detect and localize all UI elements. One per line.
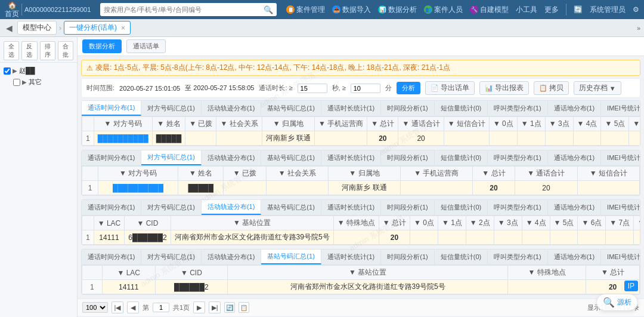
menu-more[interactable]: 更多 — [544, 5, 559, 15]
s1-col-p3[interactable]: ▼ 3点 — [545, 117, 573, 131]
analyze-button[interactable]: 分析 — [397, 82, 420, 94]
s3-col-p1[interactable]: ▼ 1点 — [438, 216, 466, 230]
s2-col-phone[interactable]: ▼ 对方号码 — [98, 167, 178, 181]
s2-tab-activity[interactable]: 活动轨迹分布(1) — [202, 151, 261, 165]
s2-col-sms-total[interactable]: ▼ 短信合计 — [577, 167, 639, 181]
s2-col-name[interactable]: ▼ 姓名 — [178, 167, 224, 181]
sec-input[interactable] — [351, 84, 380, 93]
s4-col-total[interactable]: ▼ 总计 — [586, 266, 640, 280]
menu-case-persons[interactable]: 👥 案件人员 — [424, 5, 463, 15]
s1-tab-call-time[interactable]: 通话时间分布(1) — [82, 101, 141, 116]
duration-input[interactable] — [298, 84, 327, 93]
s2-col-call-total[interactable]: ▼ 通话合计 — [515, 167, 577, 181]
s1-col-p0[interactable]: ▼ 0点 — [489, 117, 517, 131]
first-page-button[interactable]: |◀ — [112, 301, 123, 313]
s1-col-operator[interactable]: ▼ 手机运营商 — [315, 117, 367, 131]
breadcrumb-analysis-tab[interactable]: 一键分析(话单) × — [64, 21, 131, 35]
refresh-button[interactable]: 🔄 — [574, 5, 583, 14]
zhao-checkbox[interactable] — [4, 67, 11, 75]
page-input[interactable] — [153, 303, 169, 312]
sort-button[interactable]: 排序 — [40, 41, 55, 60]
s2-tab-sms[interactable]: 短信量统计(0) — [435, 151, 488, 165]
s1-col-total[interactable]: ▼ 总计 — [367, 117, 398, 131]
s3-col-p5[interactable]: ▼ 5点 — [550, 216, 578, 230]
s2-tab-time-period[interactable]: 时间段分析(1) — [381, 151, 434, 165]
menu-data-import[interactable]: 📥 数据导入 — [332, 5, 371, 15]
s2-col-location[interactable]: ▼ 归属地 — [329, 167, 401, 181]
history-archive-button[interactable]: 历史存档 ▼ — [574, 81, 621, 95]
breadcrumb-model-center[interactable]: 模型中心 — [17, 21, 57, 35]
s2-tab-imei[interactable]: IMEI号统计(0) — [601, 151, 640, 165]
s2-tab-duration[interactable]: 通话时长统计(1) — [321, 151, 381, 165]
last-page-button[interactable]: ▶| — [209, 301, 221, 313]
s4-tab-phone-summary[interactable]: 对方号码汇总(1) — [141, 250, 201, 264]
s3-tab-call-location[interactable]: 通话地分布(1) — [548, 201, 601, 214]
s1-row-phone[interactable]: ██████████ — [94, 131, 152, 146]
s1-col-phone[interactable]: ▼ 对方号码 — [94, 117, 152, 131]
s3-col-p8[interactable]: ▼ 8点 — [634, 216, 640, 230]
s1-tab-activity[interactable]: 活动轨迹分布(1) — [202, 101, 261, 115]
invert-select-button[interactable]: 反选 — [21, 41, 37, 60]
s1-tab-phone-summary[interactable]: 对方号码汇总(1) — [141, 101, 201, 115]
s3-col-p0[interactable]: ▼ 0点 — [410, 216, 438, 230]
s2-tab-call-location[interactable]: 通话地分布(1) — [548, 151, 601, 165]
s1-tab-call-location[interactable]: 通话地分布(1) — [548, 101, 601, 115]
s2-tab-phone-summary[interactable]: 对方号码汇总(1) — [141, 150, 201, 165]
s1-col-location[interactable]: ▼ 归属地 — [262, 117, 314, 131]
s1-tab-time-period[interactable]: 时间段分析(1) — [381, 101, 434, 115]
s3-col-lac[interactable]: ▼ LAC — [94, 216, 125, 230]
prev-page-button[interactable]: ◀ — [127, 301, 139, 313]
s3-col-p7[interactable]: ▼ 7点 — [606, 216, 634, 230]
export-bill-button[interactable]: 📄 导出话单 — [425, 81, 475, 95]
export-page-icon[interactable]: 📋 — [239, 302, 249, 313]
s2-row-call-total[interactable]: 20 — [515, 181, 577, 195]
s4-tab-time-period[interactable]: 时间段分析(1) — [381, 250, 434, 264]
s4-col-lac[interactable]: ▼ LAC — [102, 266, 155, 280]
merge-button[interactable]: 合批 — [58, 41, 73, 60]
s3-col-p3[interactable]: ▼ 3点 — [494, 216, 522, 230]
nav-back-arrow[interactable]: ◀ — [4, 22, 15, 34]
s4-tab-sms[interactable]: 短信量统计(0) — [435, 250, 488, 264]
s1-tab-call-type[interactable]: 呼叫类型分布(1) — [488, 101, 547, 115]
home-button[interactable]: 🏠 首页 — [5, 1, 19, 19]
s3-tab-sms[interactable]: 短信量统计(0) — [435, 201, 488, 214]
s2-col-relation[interactable]: ▼ 社会关系 — [266, 167, 328, 181]
search-box[interactable]: 🔍 — [100, 3, 277, 16]
s2-col-total[interactable]: ▼ 总计 — [472, 167, 515, 181]
s1-col-called[interactable]: ▼ 已拨 — [185, 117, 216, 131]
s4-tab-duration[interactable]: 通话时长统计(1) — [321, 250, 381, 264]
s1-tab-sms[interactable]: 短信量统计(0) — [435, 101, 488, 115]
s3-tab-call-time[interactable]: 通话时间分布(1) — [82, 201, 141, 214]
s3-tab-phone-summary[interactable]: 对方号码汇总(1) — [141, 201, 201, 214]
s2-tab-call-time[interactable]: 通话时间分布(1) — [82, 151, 141, 165]
s2-tab-call-type[interactable]: 呼叫类型分布(1) — [488, 151, 547, 165]
export-report-button[interactable]: 📊 导出报表 — [479, 81, 529, 95]
s4-tab-activity[interactable]: 活动轨迹分布(1) — [202, 250, 261, 264]
s3-col-p4[interactable]: ▼ 4点 — [522, 216, 550, 230]
s3-tab-call-type[interactable]: 呼叫类型分布(1) — [488, 201, 547, 214]
s3-col-cid[interactable]: ▼ CID — [125, 216, 171, 230]
menu-small-tools[interactable]: 小工具 — [516, 5, 537, 15]
s4-col-cid[interactable]: ▼ CID — [155, 266, 228, 280]
menu-case-management[interactable]: 📋 案件管理 — [286, 5, 325, 15]
s1-row-call-total[interactable]: 20 — [398, 131, 444, 146]
s3-tab-activity[interactable]: 活动轨迹分布(1) — [202, 200, 261, 215]
s1-tab-station-summary[interactable]: 基站号码汇总(1) — [261, 101, 321, 115]
s2-col-called[interactable]: ▼ 已拨 — [224, 167, 266, 181]
s1-col-call-total[interactable]: ▼ 通话合计 — [398, 117, 444, 131]
select-all-button[interactable]: 全选 — [4, 41, 19, 60]
s2-row-phone[interactable]: ██████████ — [98, 181, 178, 195]
settings-icon-btn[interactable]: ⚙ — [633, 5, 639, 14]
tab-data-analysis[interactable]: 数据分析 — [82, 39, 122, 53]
s2-col-operator[interactable]: ▼ 手机运营商 — [400, 167, 472, 181]
s1-col-name[interactable]: ▼ 姓名 — [152, 117, 185, 131]
s1-tab-duration[interactable]: 通话时长统计(1) — [321, 101, 381, 115]
s3-col-p6[interactable]: ▼ 6点 — [578, 216, 606, 230]
s1-tab-imei[interactable]: IMEI号统计(0) — [601, 101, 640, 115]
s3-tab-station-summary[interactable]: 基站号码汇总(1) — [261, 201, 321, 214]
s3-col-special[interactable]: ▼ 特殊地点 — [333, 216, 379, 230]
copy-button[interactable]: 📋 拷贝 — [534, 81, 569, 95]
menu-data-analysis[interactable]: 📊 数据分析 — [378, 5, 417, 15]
s1-col-sms-total[interactable]: ▼ 短信合计 — [444, 117, 489, 131]
tab-call-list[interactable]: 通话话单 — [126, 39, 166, 53]
